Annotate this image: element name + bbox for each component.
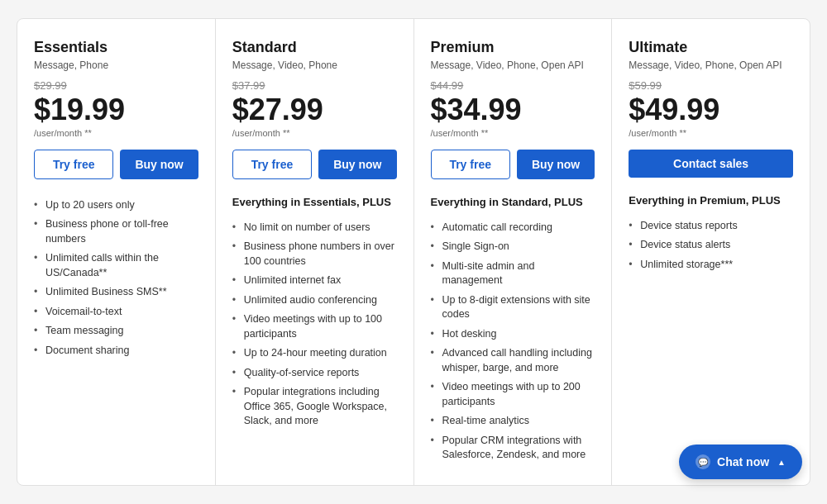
chevron-up-icon: ▲ (777, 458, 786, 467)
original-price-ultimate: $59.99 (629, 79, 793, 92)
feature-item: Business phone or toll-free numbers (34, 215, 198, 249)
feature-item: Device status reports (629, 216, 793, 236)
current-price-ultimate: $49.99 (629, 93, 793, 126)
plan-subtitle-standard: Message, Video, Phone (232, 59, 397, 71)
feature-item: Popular integrations including Office 36… (232, 383, 397, 431)
btn-group-premium: Try free Buy now (431, 150, 595, 179)
feature-item: Multi-site admin and management (431, 257, 595, 291)
plan-ultimate: Ultimate Message, Video, Phone, Open API… (612, 19, 810, 485)
feature-item: Document sharing (34, 341, 198, 361)
price-note-standard: /user/month ** (232, 128, 397, 138)
buy-now-button-essentials[interactable]: Buy now (120, 150, 198, 179)
plan-essentials: Essentials Message, Phone $29.99 $19.99 … (17, 19, 216, 485)
feature-item: Unlimited calls within the US/Canada** (34, 249, 198, 283)
buy-now-button-premium[interactable]: Buy now (517, 150, 595, 179)
pricing-table: Essentials Message, Phone $29.99 $19.99 … (17, 18, 810, 486)
plan-name-standard: Standard (232, 39, 397, 56)
original-price-essentials: $29.99 (34, 79, 198, 92)
price-note-essentials: /user/month ** (34, 128, 198, 138)
plus-label-premium: Everything in Standard, PLUS (431, 196, 595, 208)
feature-list-essentials: Up to 20 users onlyBusiness phone or tol… (34, 196, 198, 361)
feature-item: Quality-of-service reports (232, 364, 397, 383)
feature-item: Unlimited storage*** (629, 255, 793, 275)
feature-item: Business phone numbers in over 100 count… (232, 237, 397, 271)
chat-label: Chat now (717, 455, 769, 468)
plan-premium: Premium Message, Video, Phone, Open API … (414, 19, 613, 485)
feature-item: Team messaging (34, 321, 198, 341)
contact-sales-button[interactable]: Contact sales (629, 150, 793, 178)
feature-list-premium: Automatic call recordingSingle Sign-onMu… (431, 218, 595, 465)
btn-group-essentials: Try free Buy now (34, 150, 198, 179)
feature-item: Unlimited Business SMS** (34, 283, 198, 302)
feature-item: Video meetings with up to 100 participan… (232, 310, 397, 344)
plus-label-standard: Everything in Essentials, PLUS (232, 196, 397, 208)
feature-item: Video meetings with up to 200 participan… (431, 378, 595, 411)
btn-group-standard: Try free Buy now (232, 150, 397, 179)
try-free-button-premium[interactable]: Try free (431, 150, 510, 179)
feature-item: Popular CRM integrations with Salesforce… (431, 431, 595, 465)
feature-item: No limit on number of users (232, 218, 397, 238)
feature-item: Hot desking (431, 325, 595, 345)
plan-name-premium: Premium (431, 39, 595, 56)
try-free-button-standard[interactable]: Try free (232, 150, 312, 179)
feature-item: Voicemail-to-text (34, 302, 198, 322)
feature-list-ultimate: Device status reportsDevice status alert… (629, 216, 793, 275)
plus-label-ultimate: Everything in Premium, PLUS (629, 194, 793, 207)
try-free-button-essentials[interactable]: Try free (34, 150, 113, 179)
current-price-premium: $34.99 (431, 93, 595, 126)
chat-now-button[interactable]: 💬 Chat now ▲ (679, 445, 802, 479)
original-price-standard: $37.99 (232, 79, 397, 92)
feature-list-standard: No limit on number of usersBusiness phon… (232, 218, 397, 431)
price-note-ultimate: /user/month ** (629, 128, 793, 138)
plan-subtitle-premium: Message, Video, Phone, Open API (431, 59, 595, 71)
plan-name-essentials: Essentials (34, 39, 198, 56)
plan-subtitle-essentials: Message, Phone (34, 59, 198, 71)
feature-item: Automatic call recording (431, 218, 595, 238)
plan-name-ultimate: Ultimate (629, 39, 793, 56)
current-price-essentials: $19.99 (34, 93, 198, 126)
feature-item: Unlimited audio conferencing (232, 291, 397, 311)
buy-now-button-standard[interactable]: Buy now (318, 150, 396, 179)
feature-item: Single Sign-on (431, 237, 595, 257)
original-price-premium: $44.99 (431, 79, 595, 92)
plan-standard: Standard Message, Video, Phone $37.99 $2… (216, 19, 414, 485)
feature-item: Advanced call handling including whisper… (431, 344, 595, 378)
feature-item: Up to 20 users only (34, 196, 198, 216)
plan-subtitle-ultimate: Message, Video, Phone, Open API (629, 59, 793, 71)
feature-item: Up to 8-digit extensions with site codes (431, 291, 595, 325)
feature-item: Real-time analytics (431, 411, 595, 431)
current-price-standard: $27.99 (232, 93, 397, 126)
feature-item: Device status alerts (629, 235, 793, 255)
chat-icon: 💬 (696, 454, 710, 469)
price-note-premium: /user/month ** (431, 128, 595, 138)
feature-item: Up to 24-hour meeting duration (232, 344, 397, 364)
feature-item: Unlimited internet fax (232, 271, 397, 291)
